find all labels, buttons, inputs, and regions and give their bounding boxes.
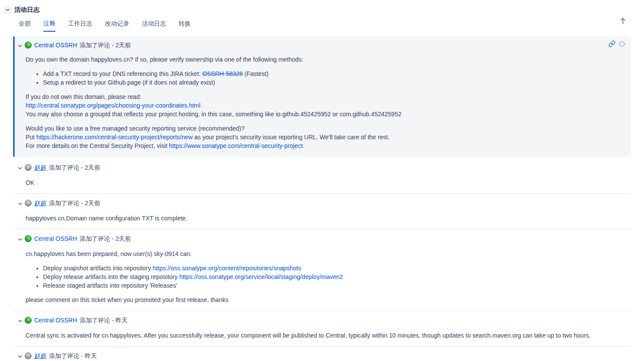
- bot-avatar: [25, 42, 32, 49]
- comment-block-highlighted: Central OSSRH添加了评论 - 2天前Do you own the d…: [13, 36, 631, 157]
- arrow-up-icon: [620, 19, 626, 26]
- bot-avatar: [25, 317, 32, 324]
- list-item: Deploy release artifacts into the stagin…: [43, 272, 631, 281]
- tab-transitions[interactable]: 转换: [179, 20, 191, 32]
- activity-tabs: 全部注释工作日志改动记录活动日志转换: [19, 20, 644, 32]
- scroll-to-top-button[interactable]: [620, 17, 626, 26]
- comment-collapse-chevron[interactable]: [18, 42, 22, 49]
- list-item: Add a TXT record to your DNS referencing…: [43, 69, 624, 78]
- chevron-down-icon: [18, 42, 22, 49]
- comment-author-link[interactable]: Central OSSRH: [34, 235, 77, 242]
- text: Do you own the domain happyloves.cn? If …: [26, 56, 303, 63]
- comment-header: Central OSSRH添加了评论 - 昨天: [13, 317, 631, 324]
- tab-activity[interactable]: 活动日志: [142, 20, 166, 32]
- comment-block: Central OSSRH添加了评论 - 2天前cn.happyloves ha…: [13, 230, 631, 304]
- text: Deploy release artifacts into the stagin…: [43, 273, 179, 280]
- link-icon[interactable]: [608, 40, 615, 47]
- list-item: Setup a redirect to your Github page (if…: [43, 78, 624, 87]
- link[interactable]: OSSRH-58328: [203, 70, 243, 77]
- comment-collapse-chevron[interactable]: [18, 164, 22, 171]
- text: Central sync is activated for cn.happylo…: [26, 332, 591, 339]
- text: Deploy snapshot artifacts into repositor…: [43, 265, 153, 272]
- list-item: Deploy snapshot artifacts into repositor…: [43, 264, 631, 272]
- text: please comment on this ticket when you p…: [26, 296, 229, 303]
- comment-meta: 添加了评论 - 2天前: [80, 42, 131, 49]
- comment-collapse-chevron[interactable]: [18, 352, 22, 359]
- comment-header: 赵超添加了评论 - 2天前: [13, 164, 631, 171]
- text: happyloves.cn,Domain name configuration …: [26, 215, 187, 222]
- user-avatar: [25, 352, 32, 359]
- comment-author-link[interactable]: 赵超: [34, 352, 46, 359]
- comment-collapse-chevron[interactable]: [18, 235, 22, 242]
- comment-paragraph: Do you own the domain happyloves.cn? If …: [26, 55, 624, 64]
- comment-block: 赵超添加了评论 - 2天前OK: [13, 158, 631, 187]
- section-header: 活动日志: [0, 0, 644, 14]
- tab-history[interactable]: 改动记录: [105, 20, 129, 32]
- comment-header: Central OSSRH添加了评论 - 2天前: [13, 235, 631, 242]
- chevron-down-icon: [6, 9, 10, 11]
- section-collapse-button[interactable]: [3, 6, 11, 14]
- comment-paragraph: Would you like to use a free managed sec…: [26, 124, 624, 150]
- tab-worklog[interactable]: 工作日志: [68, 20, 92, 32]
- comment-block: 赵超添加了评论 - 2天前happyloves.cn,Domain name c…: [13, 194, 631, 223]
- dots-circle-icon[interactable]: [619, 41, 625, 47]
- comment-author-link[interactable]: 赵超: [34, 200, 46, 207]
- chevron-down-icon: [18, 317, 22, 324]
- user-avatar: [25, 200, 32, 207]
- text: If you do not own this domain, please re…: [26, 93, 141, 100]
- text: OK: [26, 179, 34, 186]
- tab-comments[interactable]: 注释: [43, 20, 56, 32]
- comment-meta: 添加了评论 - 2天前: [49, 200, 100, 207]
- comment-collapse-chevron[interactable]: [18, 200, 22, 207]
- comment-meta: 添加了评论 - 昨天: [49, 352, 97, 359]
- comment-body: OK: [26, 178, 631, 187]
- comment-meta: 添加了评论 - 昨天: [80, 317, 127, 324]
- comment-paragraph: happyloves.cn,Domain name configuration …: [26, 214, 631, 223]
- comment-paragraph: Central sync is activated for cn.happylo…: [26, 331, 631, 340]
- comment-author-link[interactable]: Central OSSRH: [34, 317, 77, 324]
- comment-header: 赵超添加了评论 - 昨天: [13, 352, 631, 359]
- comment-author-link[interactable]: Central OSSRH: [34, 42, 77, 49]
- text: as your project's security issue reporti…: [193, 134, 389, 141]
- comment-paragraph: If you do not own this domain, please re…: [26, 92, 624, 118]
- chevron-down-icon: [18, 200, 22, 207]
- chevron-down-icon: [18, 164, 22, 171]
- text: cn.happyloves has been prepared, now use…: [26, 250, 192, 257]
- section-title: 活动日志: [14, 6, 39, 14]
- user-avatar: [25, 164, 32, 171]
- comment-paragraph: please comment on this ticket when you p…: [26, 295, 631, 304]
- comment-toolbar: [608, 40, 625, 47]
- link[interactable]: https://oss.sonatype.org/content/reposit…: [153, 265, 301, 272]
- comment-body: Central sync is activated for cn.happylo…: [26, 331, 631, 340]
- comment-header: Central OSSRH添加了评论 - 2天前: [18, 42, 624, 49]
- link[interactable]: https://hackerone.com/central-security-p…: [36, 134, 193, 141]
- comment-body: Do you own the domain happyloves.cn? If …: [26, 55, 624, 150]
- text: Release staged artifacts into repository…: [43, 282, 177, 289]
- link[interactable]: https://www.sonatype.com/central-securit…: [169, 142, 303, 149]
- comment-bullet-list: Deploy snapshot artifacts into repositor…: [26, 264, 631, 290]
- activity-log-section: 活动日志 全部注释工作日志改动记录活动日志转换 Central OSSRH添加了…: [0, 0, 644, 361]
- comment-list: Central OSSRH添加了评论 - 2天前Do you own the d…: [13, 36, 631, 361]
- comment-body: happyloves.cn,Domain name configuration …: [26, 214, 631, 223]
- link[interactable]: http://central.sonatype.org/pages/choosi…: [26, 102, 200, 109]
- comment-paragraph: OK: [26, 178, 631, 187]
- comment-paragraph: cn.happyloves has been prepared, now use…: [26, 249, 631, 258]
- text: Setup a redirect to your Github page (if…: [43, 79, 215, 86]
- comment-meta: 添加了评论 - 2天前: [80, 235, 131, 242]
- text: Put: [26, 134, 36, 141]
- comment-meta: 添加了评论 - 2天前: [49, 164, 100, 171]
- link[interactable]: https://oss.sonatype.org/service/local/s…: [179, 273, 343, 280]
- text: Would you like to use a free managed sec…: [26, 125, 245, 132]
- text: (Fastest): [243, 70, 268, 77]
- comment-bullet-list: Add a TXT record to your DNS referencing…: [26, 69, 624, 87]
- comment-header: 赵超添加了评论 - 2天前: [13, 200, 631, 207]
- comment-block: 赵超添加了评论 - 昨天The component was successful…: [13, 347, 631, 361]
- comment-author-link[interactable]: 赵超: [34, 164, 46, 171]
- tab-all[interactable]: 全部: [19, 20, 31, 32]
- text: For more details on the Central Security…: [26, 142, 169, 149]
- chevron-down-icon: [18, 352, 22, 359]
- text: You may also choose a groupId that refle…: [26, 111, 401, 118]
- comment-collapse-chevron[interactable]: [18, 317, 22, 324]
- bot-avatar: [25, 235, 32, 242]
- list-item: Release staged artifacts into repository…: [43, 281, 631, 290]
